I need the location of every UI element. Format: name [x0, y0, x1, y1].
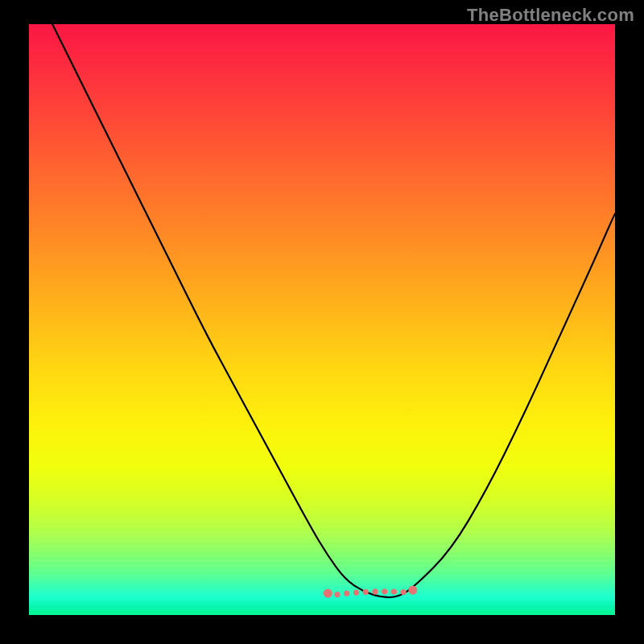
svg-point-1	[408, 586, 417, 595]
svg-point-8	[391, 588, 397, 594]
svg-point-7	[382, 588, 387, 594]
svg-point-0	[324, 589, 332, 598]
svg-point-3	[344, 591, 349, 597]
svg-point-4	[353, 590, 359, 596]
valley-floor-marker	[324, 586, 418, 598]
watermark-text: TheBottleneck.com	[467, 5, 634, 26]
svg-point-6	[372, 588, 378, 594]
plot-area	[29, 24, 615, 615]
svg-point-5	[363, 589, 369, 595]
svg-point-9	[401, 589, 407, 595]
svg-point-2	[334, 592, 340, 597]
chart-frame: TheBottleneck.com	[0, 0, 644, 644]
curve-layer	[29, 24, 615, 615]
bottleneck-curve	[29, 24, 615, 597]
